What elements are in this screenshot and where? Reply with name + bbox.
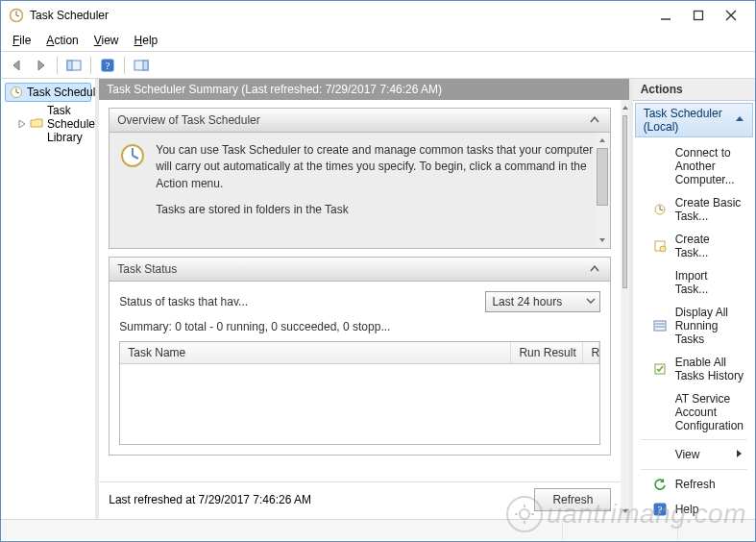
- clock-icon: [10, 85, 23, 100]
- overview-more-text: Tasks are stored in folders in the Task: [156, 202, 600, 218]
- menu-view[interactable]: View: [88, 32, 125, 49]
- scroll-up-icon[interactable]: [595, 133, 610, 148]
- back-button[interactable]: [7, 56, 28, 75]
- table-header: Task Name Run Result R: [120, 342, 599, 364]
- scroll-down-icon[interactable]: [621, 504, 628, 519]
- center-pane: Task Scheduler Summary (Last refreshed: …: [99, 79, 632, 519]
- scroll-up-icon[interactable]: [621, 100, 628, 115]
- overview-body: You can use Task Scheduler to create and…: [110, 133, 610, 248]
- show-hide-console-tree-button[interactable]: [63, 56, 85, 75]
- menu-help[interactable]: Help: [129, 32, 164, 49]
- action-help[interactable]: ? Help: [635, 497, 753, 522]
- separator: [641, 469, 747, 470]
- console-tree: Task Scheduler (Local) Task Scheduler Li…: [1, 79, 99, 519]
- center-footer: Last refreshed at 7/29/2017 7:46:26 AM R…: [99, 481, 621, 519]
- close-button[interactable]: [715, 3, 747, 28]
- blank-icon: [652, 275, 668, 290]
- column-run-result[interactable]: Run Result: [511, 342, 583, 363]
- status-period-value: Last 24 hours: [492, 295, 562, 308]
- overview-header[interactable]: Overview of Task Scheduler: [110, 109, 610, 133]
- action-view-submenu[interactable]: View: [635, 442, 753, 467]
- action-display-running[interactable]: Display All Running Tasks: [635, 301, 753, 351]
- summary-title: Task Scheduler Summary (Last refreshed: …: [99, 79, 628, 100]
- task-status-body: Status of tasks that hav... Last 24 hour…: [110, 282, 610, 455]
- svg-text:?: ?: [106, 60, 110, 71]
- last-refreshed-label: Last refreshed at 7/29/2017 7:46:26 AM: [109, 493, 311, 506]
- actions-pane: Actions Task Scheduler (Local) Connect t…: [633, 79, 755, 519]
- blank-icon: [652, 405, 668, 420]
- refresh-button[interactable]: Refresh: [534, 488, 611, 511]
- svg-rect-8: [67, 61, 72, 70]
- expand-icon[interactable]: [18, 120, 26, 128]
- app-icon: [9, 8, 24, 23]
- toolbar-separator: [90, 57, 91, 74]
- tree-root-node[interactable]: Task Scheduler (Local): [5, 83, 91, 102]
- overview-header-label: Overview of Task Scheduler: [117, 113, 260, 127]
- column-overflow[interactable]: R: [583, 342, 599, 363]
- action-refresh-label: Refresh: [675, 478, 716, 491]
- chevron-right-icon: [736, 448, 744, 461]
- action-display-running-label: Display All Running Tasks: [675, 306, 744, 346]
- status-table[interactable]: Task Name Run Result R: [119, 341, 600, 445]
- action-refresh[interactable]: Refresh: [635, 472, 753, 497]
- svg-text:?: ?: [657, 504, 662, 515]
- tree-root-label: Task Scheduler (Local): [27, 86, 99, 99]
- action-at-config-label: AT Service Account Configuration: [675, 392, 744, 432]
- scroll-down-icon[interactable]: [595, 233, 610, 248]
- refresh-icon: [652, 477, 668, 492]
- wizard-icon: [652, 202, 668, 217]
- action-create-task-label: Create Task...: [675, 233, 744, 259]
- column-task-name[interactable]: Task Name: [120, 342, 511, 363]
- statusbar: [1, 519, 755, 540]
- summary-title-text: Task Scheduler Summary (Last refreshed: …: [107, 83, 442, 96]
- task-status-header[interactable]: Task Status: [110, 258, 610, 282]
- content-area: Task Scheduler (Local) Task Scheduler Li…: [1, 79, 755, 519]
- minimize-button[interactable]: [649, 3, 682, 28]
- task-icon: [652, 238, 668, 254]
- overview-text: You can use Task Scheduler to create and…: [156, 142, 600, 192]
- actions-scope-label: Task Scheduler (Local): [644, 107, 735, 134]
- clock-icon: [119, 142, 146, 169]
- action-connect[interactable]: Connect to Another Computer...: [635, 141, 753, 191]
- collapse-icon[interactable]: [587, 261, 602, 277]
- status-period-dropdown[interactable]: Last 24 hours: [485, 291, 600, 312]
- action-help-label: Help: [675, 503, 699, 516]
- menu-action[interactable]: Action: [40, 32, 84, 49]
- collapse-icon: [735, 113, 744, 127]
- menu-file[interactable]: File: [7, 32, 37, 49]
- center-scrollbar[interactable]: [621, 100, 628, 519]
- blank-icon: [652, 447, 668, 462]
- task-status-header-label: Task Status: [117, 262, 177, 276]
- action-enable-history[interactable]: Enable All Tasks History: [635, 351, 753, 387]
- maximize-button[interactable]: [682, 3, 715, 28]
- help-button[interactable]: ?: [97, 56, 118, 75]
- chevron-down-icon: [586, 295, 596, 308]
- blank-icon: [652, 159, 668, 174]
- refresh-button-label: Refresh: [552, 493, 593, 506]
- svg-rect-4: [695, 12, 703, 20]
- action-at-config[interactable]: AT Service Account Configuration: [635, 387, 753, 437]
- actions-scope-header[interactable]: Task Scheduler (Local): [635, 103, 753, 137]
- overview-scrollbar[interactable]: [595, 133, 610, 248]
- tree-library-node[interactable]: Task Scheduler Library: [18, 104, 91, 144]
- toolbar-separator: [124, 57, 125, 74]
- action-create-task[interactable]: Create Task...: [635, 228, 753, 264]
- forward-button[interactable]: [30, 56, 51, 75]
- status-summary-line: Summary: 0 total - 0 running, 0 succeede…: [119, 320, 600, 333]
- task-status-panel: Task Status Status of tasks that hav... …: [109, 257, 611, 456]
- folder-icon: [30, 116, 43, 133]
- svg-rect-22: [654, 321, 666, 331]
- tree-library-label: Task Scheduler Library: [47, 104, 99, 144]
- action-import-task-label: Import Task...: [675, 269, 744, 296]
- show-hide-action-pane-button[interactable]: [131, 56, 152, 75]
- action-create-basic-task-label: Create Basic Task...: [675, 196, 744, 223]
- action-connect-label: Connect to Another Computer...: [675, 146, 744, 186]
- separator: [641, 439, 747, 440]
- action-import-task[interactable]: Import Task...: [635, 264, 753, 301]
- toolbar: ?: [1, 52, 755, 79]
- action-enable-history-label: Enable All Tasks History: [675, 356, 744, 382]
- action-create-basic-task[interactable]: Create Basic Task...: [635, 191, 753, 228]
- svg-point-21: [660, 246, 666, 252]
- actions-title: Actions: [633, 79, 755, 101]
- collapse-icon[interactable]: [587, 112, 602, 128]
